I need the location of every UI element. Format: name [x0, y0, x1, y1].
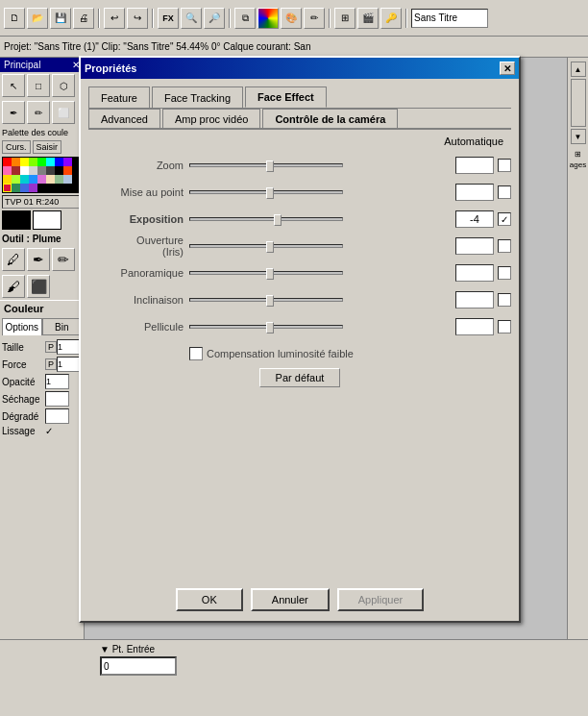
mise-slider-area	[189, 184, 452, 201]
panoramique-label: Panoramique	[88, 267, 189, 279]
auto-header: Automatique	[88, 136, 511, 147]
mise-label: Mise au point	[88, 186, 189, 198]
dialog-content: Feature Face Tracking Face Effect Advanc…	[81, 79, 519, 403]
compensation-row: Compensation luminosité faible	[189, 347, 511, 360]
zoom-slider-area	[189, 157, 452, 174]
ouverture-slider-area	[189, 237, 452, 255]
pellicule-row: Pellicule	[88, 316, 511, 337]
mise-slider-thumb[interactable]	[266, 187, 274, 199]
zoom-value-box	[455, 157, 494, 174]
zoom-row: Zoom	[88, 155, 511, 176]
ouverture-slider-track	[189, 244, 343, 248]
mise-row: Mise au point	[88, 182, 511, 203]
dialog-footer: OK Annuler Appliquer	[81, 588, 519, 611]
inclinaison-slider-area	[189, 291, 452, 309]
mise-slider-track	[189, 190, 343, 194]
tab-face-effect[interactable]: Face Effect	[245, 86, 327, 108]
pellicule-slider-area	[189, 318, 452, 335]
zoom-slider-thumb[interactable]	[266, 160, 274, 172]
mise-auto-check[interactable]	[498, 185, 511, 199]
zoom-auto-check[interactable]	[498, 159, 511, 172]
exposition-label: Exposition	[88, 213, 189, 225]
panoramique-value-box	[455, 264, 494, 282]
appliquer-btn[interactable]: Appliquer	[337, 588, 424, 611]
close-icon: ✕	[503, 63, 511, 74]
tab-face-tracking[interactable]: Face Tracking	[152, 86, 243, 108]
inclinaison-auto-check[interactable]	[498, 293, 511, 307]
zoom-label: Zoom	[88, 160, 189, 171]
tab-feature[interactable]: Feature	[88, 86, 150, 108]
dialog-titlebar: Propriétés ✕	[81, 58, 519, 79]
panoramique-slider-thumb[interactable]	[266, 268, 274, 280]
ouverture-label: Ouverture(Iris)	[88, 235, 189, 258]
tabs-row-1: Feature Face Tracking Face Effect	[88, 86, 511, 109]
par-defaut-btn[interactable]: Par défaut	[259, 368, 341, 387]
controls-area: Zoom Mise au point	[88, 151, 511, 347]
exposition-slider-track	[189, 217, 343, 221]
pellicule-auto-check[interactable]	[498, 320, 511, 333]
exposition-row: Exposition -4	[88, 209, 511, 230]
tab-amp-proc[interactable]: Amp proc vidéo	[162, 109, 260, 128]
inclinaison-slider-track	[189, 298, 343, 302]
compensation-label: Compensation luminosité faible	[207, 348, 354, 359]
ouverture-value-box	[455, 237, 494, 255]
inclinaison-label: Inclinaison	[88, 294, 189, 306]
exposition-value-box[interactable]: -4	[455, 210, 494, 228]
modal-overlay: Propriétés ✕ Feature Face Tracking Face …	[0, 0, 588, 716]
exposition-slider-area	[189, 210, 452, 228]
pellicule-slider-thumb[interactable]	[266, 322, 274, 333]
compensation-checkbox[interactable]	[189, 347, 203, 360]
annuler-btn[interactable]: Annuler	[251, 588, 330, 611]
ok-btn[interactable]: OK	[176, 588, 243, 611]
tab-advanced[interactable]: Advanced	[88, 109, 160, 128]
exposition-slider-thumb[interactable]	[274, 214, 282, 226]
properties-dialog: Propriétés ✕ Feature Face Tracking Face …	[79, 56, 521, 623]
dialog-close-btn[interactable]: ✕	[500, 62, 515, 75]
panoramique-row: Panoramique	[88, 262, 511, 284]
inclinaison-value-box	[455, 291, 494, 309]
mise-value-box	[455, 184, 494, 201]
zoom-slider-track	[189, 163, 343, 167]
tab-controle-camera[interactable]: Contrôle de la caméra	[262, 109, 398, 128]
tabs-row-2: Advanced Amp proc vidéo Contrôle de la c…	[88, 109, 511, 130]
ouverture-row: Ouverture(Iris)	[88, 235, 511, 257]
pellicule-label: Pellicule	[88, 321, 189, 333]
panoramique-slider-area	[189, 264, 452, 282]
inclinaison-row: Inclinaison	[88, 289, 511, 310]
panoramique-auto-check[interactable]	[498, 266, 511, 280]
dialog-title: Propriétés	[85, 62, 136, 74]
pellicule-value-box	[455, 318, 494, 335]
pellicule-slider-track	[189, 325, 343, 329]
ouverture-slider-thumb[interactable]	[266, 241, 274, 253]
exposition-auto-check[interactable]	[498, 212, 511, 226]
panoramique-slider-track	[189, 271, 343, 275]
inclinaison-slider-thumb[interactable]	[266, 295, 274, 307]
ouverture-auto-check[interactable]	[498, 239, 511, 253]
par-defaut-row: Par défaut	[88, 368, 511, 387]
